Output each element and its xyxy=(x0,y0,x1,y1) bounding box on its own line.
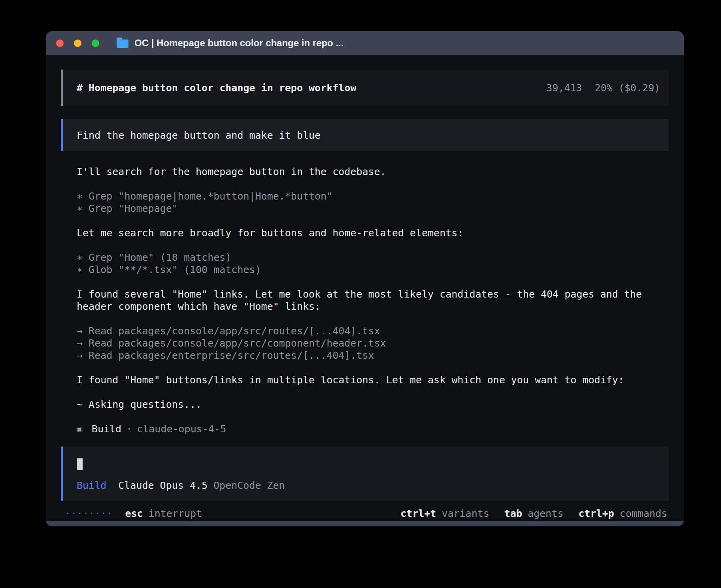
terminal-window: OC | Homepage button color change in rep… xyxy=(46,31,684,526)
shortcut-agents: tab agents xyxy=(504,508,563,519)
agent-model: claude-opus-4-5 xyxy=(137,423,226,435)
tool-call-read: → Read packages/console/app/src/routes/[… xyxy=(77,325,653,337)
shortcut-variants: ctrl+t variants xyxy=(400,508,489,519)
provider-name: OpenCode Zen xyxy=(213,480,285,491)
model-name: Claude Opus 4.5 xyxy=(118,480,208,491)
agent-mode-label[interactable]: Build xyxy=(77,480,106,491)
session-title: # Homepage button color change in repo w… xyxy=(77,82,356,94)
composer-info: Build Claude Opus 4.5 OpenCode Zen xyxy=(77,480,655,491)
separator-dot: · xyxy=(126,423,132,435)
assistant-text: I found "Home" buttons/links in multiple… xyxy=(77,374,653,386)
user-message-text: Find the homepage button and make it blu… xyxy=(77,130,321,141)
terminal-content: # Homepage button color change in repo w… xyxy=(46,55,684,521)
tool-call-grep: ∗ Grep "Home" (18 matches) xyxy=(77,251,653,264)
blank-line xyxy=(77,313,653,325)
status-left: ········ esc interrupt xyxy=(65,508,202,519)
blank-line xyxy=(77,411,653,423)
status-right: ctrl+t variants tab agents ctrl+p comman… xyxy=(400,508,667,519)
folder-icon xyxy=(117,40,128,48)
assistant-text: Let me search more broadly for buttons a… xyxy=(77,227,653,239)
user-message: Find the homepage button and make it blu… xyxy=(61,119,669,151)
tool-call-read: → Read packages/console/app/src/componen… xyxy=(77,337,653,349)
tool-call-read: → Read packages/enterprise/src/routes/[.… xyxy=(77,349,653,362)
assistant-text: I'll search for the homepage button in t… xyxy=(77,166,653,178)
shortcut-key: ctrl+p xyxy=(578,508,614,519)
tool-call-grep: ∗ Grep "homepage|home.*button|Home.*butt… xyxy=(77,190,653,202)
text-cursor xyxy=(77,458,83,470)
context-usage: 20% ($0.29) xyxy=(595,82,660,94)
spinner-dots: ········ xyxy=(65,508,112,519)
window-title: OC | Homepage button color change in rep… xyxy=(134,38,344,49)
session-header: # Homepage button color change in repo w… xyxy=(61,70,669,106)
assistant-transcript: I'll search for the homepage button in t… xyxy=(61,166,669,435)
blank-line xyxy=(77,239,653,251)
shortcut-key: tab xyxy=(504,508,522,519)
blank-line xyxy=(77,276,653,288)
zoom-button[interactable] xyxy=(92,40,99,47)
session-stats: 39,413 20% ($0.29) xyxy=(546,82,660,94)
window-titlebar: OC | Homepage button color change in rep… xyxy=(46,31,684,55)
status-bar: ········ esc interrupt ctrl+t variants t… xyxy=(61,508,669,519)
prompt-input[interactable]: Build Claude Opus 4.5 OpenCode Zen xyxy=(61,447,669,501)
assistant-text: I found several "Home" links. Let me loo… xyxy=(77,288,653,313)
agent-icon: ▣ xyxy=(77,423,82,435)
esc-key-hint: esc xyxy=(125,508,143,519)
traffic-lights xyxy=(56,40,99,47)
blank-line xyxy=(77,215,653,227)
shortcut-label: commands xyxy=(620,508,667,519)
tool-call-glob: ∗ Glob "**/*.tsx" (100 matches) xyxy=(77,264,653,276)
esc-key-label: interrupt xyxy=(149,508,202,519)
blank-line xyxy=(77,386,653,398)
window-title-group: OC | Homepage button color change in rep… xyxy=(117,38,344,49)
token-count: 39,413 xyxy=(546,82,582,94)
shortcut-label: agents xyxy=(528,508,563,519)
blank-line xyxy=(77,362,653,374)
blank-line xyxy=(77,178,653,190)
activity-status: ~ Asking questions... xyxy=(77,398,653,411)
close-button[interactable] xyxy=(56,40,64,47)
shortcut-commands: ctrl+p commands xyxy=(578,508,667,519)
agent-name: Build xyxy=(92,423,121,435)
shortcut-key: ctrl+t xyxy=(400,508,436,519)
tool-call-grep: ∗ Grep "Homepage" xyxy=(77,202,653,215)
shortcut-label: variants xyxy=(442,508,489,519)
agent-badge: ▣ Build · claude-opus-4-5 xyxy=(77,423,653,435)
minimize-button[interactable] xyxy=(74,40,81,47)
